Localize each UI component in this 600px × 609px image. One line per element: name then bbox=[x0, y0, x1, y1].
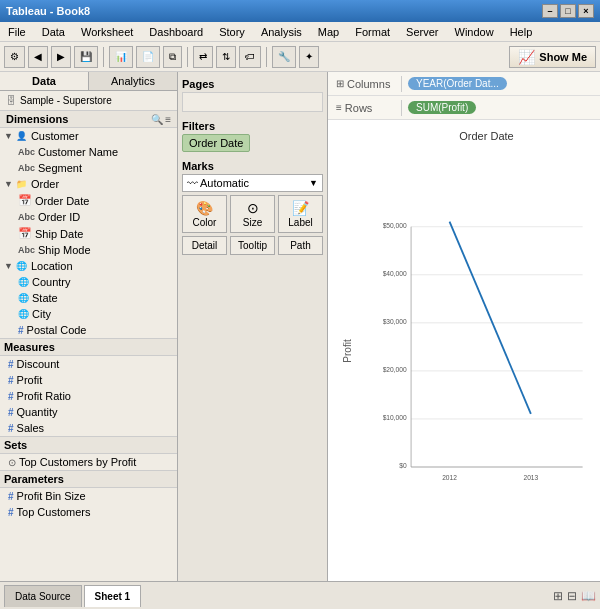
measure-quantity[interactable]: # Quantity bbox=[0, 404, 177, 420]
group-customer-label: Customer bbox=[31, 130, 79, 142]
measure-sales[interactable]: # Sales bbox=[0, 420, 177, 436]
new-dashboard-icon[interactable]: ⊟ bbox=[567, 589, 577, 603]
rows-shelf: ≡ Rows SUM(Profit) bbox=[328, 96, 600, 120]
tab-data-source[interactable]: Data Source bbox=[4, 585, 82, 607]
set-icon: ⊙ bbox=[8, 457, 16, 468]
tab-sheet1[interactable]: Sheet 1 bbox=[84, 585, 142, 607]
postal-code-label: Postal Code bbox=[27, 324, 87, 336]
close-button[interactable]: × bbox=[578, 4, 594, 18]
y-label-0: $0 bbox=[399, 462, 407, 469]
dim-customer-name[interactable]: Abc Customer Name bbox=[0, 144, 177, 160]
ship-mode-label: Ship Mode bbox=[38, 244, 91, 256]
toolbar-save[interactable]: 💾 bbox=[74, 46, 98, 68]
top-customers-type-icon: # bbox=[8, 507, 14, 518]
content-area: Data Analytics 🗄 Sample - Superstore Dim… bbox=[0, 72, 600, 581]
dim-ship-mode[interactable]: Abc Ship Mode bbox=[0, 242, 177, 258]
marks-grid: 🎨 Color ⊙ Size 📝 Label bbox=[182, 195, 323, 233]
toolbar-fix[interactable]: 🔧 bbox=[272, 46, 296, 68]
dim-country[interactable]: 🌐 Country bbox=[0, 274, 177, 290]
menu-format[interactable]: Format bbox=[351, 25, 394, 39]
toolbar-forward[interactable]: ▶ bbox=[51, 46, 71, 68]
set-top-customers[interactable]: ⊙ Top Customers by Profit bbox=[0, 454, 177, 470]
show-me-button[interactable]: 📈 Show Me bbox=[509, 46, 596, 68]
measure-profit[interactable]: # Profit bbox=[0, 372, 177, 388]
marks-tooltip-btn[interactable]: Tooltip bbox=[230, 236, 275, 255]
toolbar-label[interactable]: 🏷 bbox=[239, 46, 261, 68]
toolbar-refresh[interactable]: ⚙ bbox=[4, 46, 25, 68]
y-label-20k: $20,000 bbox=[383, 366, 407, 373]
menu-dashboard[interactable]: Dashboard bbox=[145, 25, 207, 39]
menu-window[interactable]: Window bbox=[451, 25, 498, 39]
dim-ship-date[interactable]: 📅 Ship Date bbox=[0, 225, 177, 242]
dim-postal-code[interactable]: # Postal Code bbox=[0, 322, 177, 338]
dim-order-date[interactable]: 📅 Order Date bbox=[0, 192, 177, 209]
marks-type-icon: 〰 bbox=[187, 177, 198, 189]
marks-color-btn[interactable]: 🎨 Color bbox=[182, 195, 227, 233]
menu-map[interactable]: Map bbox=[314, 25, 343, 39]
sets-section: Sets ⊙ Top Customers by Profit bbox=[0, 436, 177, 470]
menu-server[interactable]: Server bbox=[402, 25, 442, 39]
maximize-button[interactable]: □ bbox=[560, 4, 576, 18]
menu-story[interactable]: Story bbox=[215, 25, 249, 39]
group-order-header[interactable]: ▼ 📁 Order bbox=[0, 176, 177, 192]
toolbar-new-worksheet[interactable]: 📄 bbox=[136, 46, 160, 68]
title-bar: Tableau - Book8 – □ × bbox=[0, 0, 600, 22]
toolbar-back[interactable]: ◀ bbox=[28, 46, 48, 68]
tab-data[interactable]: Data bbox=[0, 72, 89, 90]
measure-profit-ratio[interactable]: # Profit Ratio bbox=[0, 388, 177, 404]
group-location-header[interactable]: ▼ 🌐 Location bbox=[0, 258, 177, 274]
param-profit-bin[interactable]: # Profit Bin Size bbox=[0, 488, 177, 504]
param-top-customers[interactable]: # Top Customers bbox=[0, 504, 177, 520]
datasource-row: 🗄 Sample - Superstore bbox=[0, 91, 177, 111]
marks-label-btn[interactable]: 📝 Label bbox=[278, 195, 323, 233]
toolbar-swap[interactable]: ⇄ bbox=[193, 46, 213, 68]
new-sheet-icon[interactable]: ⊞ bbox=[553, 589, 563, 603]
params-section: Parameters # Profit Bin Size # Top Custo… bbox=[0, 470, 177, 520]
rows-label: ≡ Rows bbox=[332, 100, 402, 116]
profit-bin-type-icon: # bbox=[8, 491, 14, 502]
measure-discount[interactable]: # Discount bbox=[0, 356, 177, 372]
toolbar-sort[interactable]: ⇅ bbox=[216, 46, 236, 68]
viz-area: ⊞ Columns YEAR(Order Dat... ≡ Rows SUM(P… bbox=[328, 72, 600, 581]
x-label-2013: 2013 bbox=[523, 474, 538, 481]
columns-grid-icon: ⊞ bbox=[336, 78, 344, 89]
main-container: Data Analytics 🗄 Sample - Superstore Dim… bbox=[0, 72, 600, 609]
marks-detail-btn[interactable]: Detail bbox=[182, 236, 227, 255]
menu-file[interactable]: File bbox=[4, 25, 30, 39]
toolbar-highlight[interactable]: ✦ bbox=[299, 46, 319, 68]
profit-line bbox=[450, 222, 531, 414]
rows-grid-icon: ≡ bbox=[336, 102, 342, 113]
search-icon[interactable]: 🔍 bbox=[151, 114, 163, 125]
pages-box[interactable] bbox=[182, 92, 323, 112]
columns-shelf: ⊞ Columns YEAR(Order Dat... bbox=[328, 72, 600, 96]
marks-type-dropdown[interactable]: 〰 Automatic ▼ bbox=[182, 174, 323, 192]
columns-label: ⊞ Columns bbox=[332, 76, 402, 92]
menu-worksheet[interactable]: Worksheet bbox=[77, 25, 137, 39]
dim-order-id[interactable]: Abc Order ID bbox=[0, 209, 177, 225]
sort-icon[interactable]: ≡ bbox=[165, 114, 171, 125]
menu-help[interactable]: Help bbox=[506, 25, 537, 39]
minimize-button[interactable]: – bbox=[542, 4, 558, 18]
dim-city[interactable]: 🌐 City bbox=[0, 306, 177, 322]
ship-date-type-icon: 📅 bbox=[18, 227, 32, 240]
pages-title: Pages bbox=[182, 76, 323, 92]
columns-pill[interactable]: YEAR(Order Dat... bbox=[408, 77, 507, 90]
location-group-icon: 🌐 bbox=[16, 261, 28, 271]
marks-path-btn[interactable]: Path bbox=[278, 236, 323, 255]
order-id-type-icon: Abc bbox=[18, 212, 35, 222]
group-customer-header[interactable]: ▼ 👤 Customer bbox=[0, 128, 177, 144]
toolbar-new-datasource[interactable]: 📊 bbox=[109, 46, 133, 68]
toolbar-duplicate[interactable]: ⧉ bbox=[163, 46, 182, 68]
sets-header: Sets bbox=[0, 437, 177, 454]
filter-order-date[interactable]: Order Date bbox=[182, 134, 250, 152]
new-story-icon[interactable]: 📖 bbox=[581, 589, 596, 603]
rows-pill[interactable]: SUM(Profit) bbox=[408, 101, 476, 114]
measures-header: Measures bbox=[0, 339, 177, 356]
menu-data[interactable]: Data bbox=[38, 25, 69, 39]
dim-state[interactable]: 🌐 State bbox=[0, 290, 177, 306]
tab-analytics[interactable]: Analytics bbox=[89, 72, 177, 90]
datasource-icon: 🗄 bbox=[6, 95, 16, 106]
dim-segment[interactable]: Abc Segment bbox=[0, 160, 177, 176]
menu-analysis[interactable]: Analysis bbox=[257, 25, 306, 39]
marks-size-btn[interactable]: ⊙ Size bbox=[230, 195, 275, 233]
